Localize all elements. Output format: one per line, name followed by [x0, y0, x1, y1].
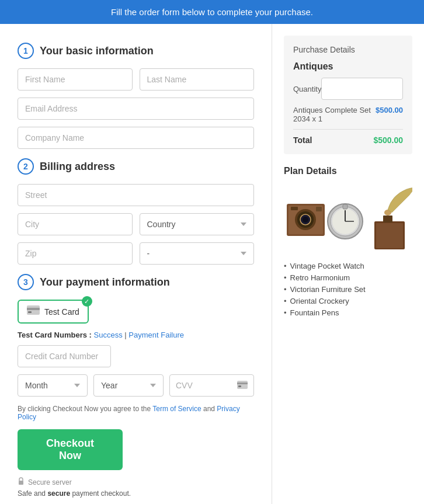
- svg-rect-1: [27, 308, 40, 310]
- antiques-image: [284, 183, 412, 253]
- plan-items-list: Vintage Pocket Watch Retro Harmonium Vic…: [284, 262, 412, 317]
- svg-point-12: [303, 217, 308, 223]
- zip-input[interactable]: [18, 242, 133, 265]
- total-price: $500.00: [373, 135, 403, 145]
- first-name-field: [18, 68, 133, 91]
- cvv-field: [169, 374, 254, 397]
- total-row: Total $500.00: [293, 135, 403, 145]
- terms-text: By clicking Checkout Now you agree to th…: [18, 405, 254, 421]
- payment-section: 3 Your payment information Test Card ✓ T…: [18, 274, 254, 397]
- item-row: Antiques Complete Set2034 x 1 $500.00: [293, 106, 403, 130]
- payment-header: 3 Your payment information: [18, 274, 254, 290]
- first-name-input[interactable]: [18, 68, 133, 91]
- city-input[interactable]: [18, 213, 133, 235]
- email-field: [18, 98, 254, 120]
- svg-rect-2: [28, 311, 32, 313]
- credit-card-row: [18, 345, 254, 367]
- safe-payment-text: Safe and secure payment checkout.: [18, 489, 254, 498]
- name-row: [18, 68, 254, 91]
- card-check-icon: ✓: [82, 296, 92, 307]
- list-item: Vintage Pocket Watch: [284, 262, 412, 270]
- email-input[interactable]: [18, 98, 254, 120]
- section-number-3: 3: [18, 274, 34, 290]
- city-field: [18, 213, 133, 235]
- street-field: [18, 184, 254, 206]
- svg-rect-22: [376, 223, 403, 248]
- top-banner: Fill the order form below to complete yo…: [0, 0, 424, 24]
- billing-title: Billing address: [40, 161, 115, 173]
- plan-details-title: Plan Details: [284, 166, 412, 176]
- country-select[interactable]: Country: [140, 213, 255, 235]
- street-row: [18, 184, 254, 206]
- street-input[interactable]: [18, 184, 254, 206]
- svg-rect-6: [19, 481, 23, 485]
- item-label: Fountain Pens: [290, 308, 339, 317]
- secure-server-text: Secure server: [28, 478, 72, 486]
- left-panel: 1 Your basic information: [0, 24, 272, 504]
- cvv-input[interactable]: [176, 375, 237, 396]
- city-country-row: Country: [18, 213, 254, 235]
- item-label: Retro Harmonium: [290, 273, 350, 282]
- zip-field: [18, 242, 133, 265]
- right-panel: Purchase Details Antiques Quantity 1 Ant…: [272, 24, 424, 504]
- section-number-1: 1: [18, 43, 34, 59]
- section-number-2: 2: [18, 158, 34, 175]
- purchase-details-title: Purchase Details: [293, 45, 403, 54]
- credit-card-small-icon: [237, 381, 248, 391]
- card-icon: [27, 305, 40, 318]
- product-name: Antiques: [293, 61, 403, 72]
- credit-card-field: [18, 345, 254, 367]
- svg-rect-14: [316, 207, 322, 211]
- state-field: -: [140, 242, 255, 265]
- checkout-button[interactable]: Checkout Now: [18, 429, 123, 470]
- list-item: Fountain Pens: [284, 308, 412, 317]
- test-card-failure-link[interactable]: Payment Failure: [128, 331, 184, 339]
- item-label: Vintage Pocket Watch: [290, 262, 364, 270]
- basic-info-title: Your basic information: [40, 45, 154, 57]
- quantity-row: Quantity 1: [293, 78, 403, 100]
- test-card-separator: |: [124, 331, 126, 339]
- email-row: [18, 98, 254, 120]
- basic-info-header: 1 Your basic information: [18, 43, 254, 59]
- svg-rect-4: [237, 383, 248, 384]
- terms-of-service-link[interactable]: Term of Service: [152, 405, 201, 413]
- company-field: [18, 127, 254, 149]
- svg-rect-3: [237, 381, 248, 389]
- item-description: Antiques Complete Set2034 x 1: [293, 106, 371, 123]
- country-field: Country: [140, 213, 255, 235]
- payment-title: Your payment information: [40, 276, 170, 289]
- credit-card-input[interactable]: [18, 345, 111, 367]
- card-option[interactable]: Test Card ✓: [18, 300, 89, 324]
- billing-section: 2 Billing address Country: [18, 158, 254, 265]
- banner-text: Fill the order form below to complete yo…: [111, 7, 313, 17]
- year-select[interactable]: Year: [93, 374, 164, 397]
- test-card-info: Test Card Numbers : Success | Payment Fa…: [18, 331, 254, 339]
- test-card-label: Test Card Numbers :: [18, 331, 92, 339]
- quantity-input[interactable]: 1: [321, 78, 403, 100]
- test-card-success-link[interactable]: Success: [94, 331, 123, 339]
- terms-before: By clicking Checkout Now you agree to th…: [18, 405, 151, 413]
- state-select[interactable]: -: [140, 242, 255, 265]
- cvv-row: Month Year: [18, 374, 254, 397]
- list-item: Retro Harmonium: [284, 273, 412, 282]
- list-item: Oriental Crockery: [284, 297, 412, 305]
- month-select[interactable]: Month: [18, 374, 88, 397]
- company-row: [18, 127, 254, 149]
- svg-rect-13: [291, 207, 298, 210]
- svg-rect-20: [343, 204, 347, 209]
- terms-and: and: [203, 405, 215, 413]
- list-item: Victorian Furniture Set: [284, 285, 412, 294]
- card-option-label: Test Card: [44, 307, 79, 317]
- zip-state-row: -: [18, 242, 254, 265]
- total-label: Total: [293, 135, 312, 145]
- last-name-input[interactable]: [140, 68, 255, 91]
- purchase-details-box: Purchase Details Antiques Quantity 1 Ant…: [284, 36, 412, 154]
- svg-rect-5: [238, 385, 241, 387]
- quantity-label: Quantity: [293, 85, 321, 93]
- item-price: $500.00: [376, 106, 403, 114]
- company-input[interactable]: [18, 127, 254, 149]
- last-name-field: [140, 68, 255, 91]
- billing-header: 2 Billing address: [18, 158, 254, 175]
- item-label: Victorian Furniture Set: [290, 285, 366, 294]
- svg-rect-25: [383, 215, 392, 223]
